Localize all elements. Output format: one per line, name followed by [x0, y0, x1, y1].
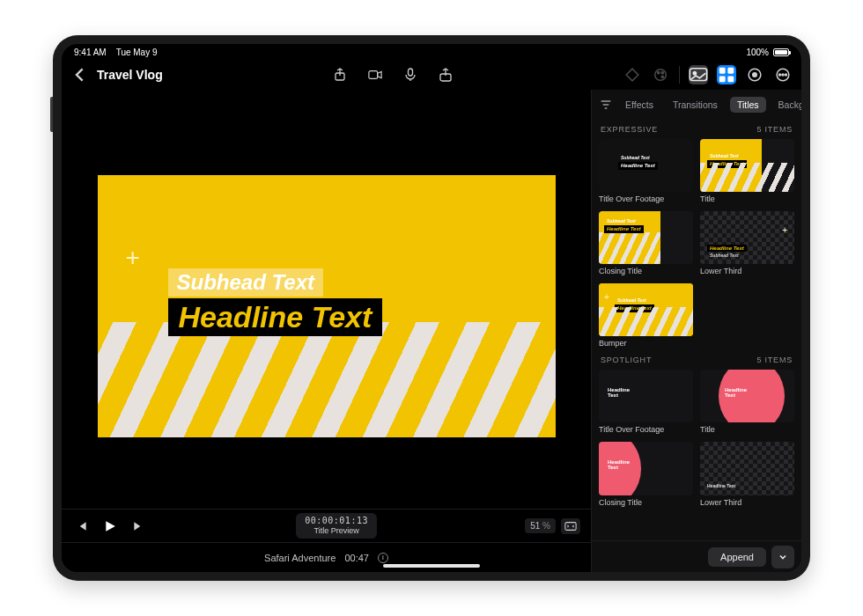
section-count: 5 Items — [756, 125, 793, 134]
filter-icon[interactable] — [599, 98, 613, 112]
section-header-spotlight: SPOTLIGHT 5 Items — [599, 348, 794, 370]
title-item[interactable]: Headline Text Lower Third — [700, 442, 794, 507]
thumb-spot-closing-title: HeadlineText — [599, 442, 693, 495]
svg-point-18 — [779, 74, 781, 76]
append-options-button[interactable] — [771, 546, 794, 568]
append-button[interactable]: Append — [708, 547, 766, 567]
title-item[interactable]: HeadlineText Title — [700, 370, 794, 435]
timecode-display[interactable]: 00:00:01:13 Title Preview — [296, 513, 377, 539]
thumb-title: Subhead Text Headline Text — [700, 139, 794, 192]
zoom-value[interactable]: 51 % — [525, 518, 556, 533]
subhead-text[interactable]: Subhead Text — [168, 268, 323, 297]
thumb-title-over-footage: Subhead Text Headline Text — [599, 139, 693, 192]
tab-effects[interactable]: Effects — [618, 97, 660, 113]
item-label: Title — [700, 426, 794, 435]
main-area: + Subhead Text Headline Text — [62, 90, 801, 572]
svg-rect-3 — [408, 69, 412, 76]
thumb-closing-title: Subhead Text Headline Text — [599, 211, 693, 264]
keyframe-icon[interactable] — [623, 65, 642, 84]
record-voiceover-icon[interactable] — [401, 65, 420, 84]
info-icon[interactable]: i — [378, 553, 388, 563]
section-name: SPOTLIGHT — [601, 356, 652, 364]
play-button[interactable] — [100, 517, 120, 536]
media-browser-icon[interactable] — [689, 65, 708, 84]
svg-rect-21 — [565, 522, 576, 530]
inspector-icon[interactable] — [745, 65, 764, 84]
item-label: Bumper — [599, 340, 693, 348]
transport-bar: 00:00:01:13 Title Preview 51 % — [62, 509, 591, 542]
headline-text[interactable]: Headline Text — [168, 298, 383, 336]
section-header-expressive: EXPRESSIVE 5 Items — [599, 118, 794, 139]
timecode-value: 00:00:01:13 — [305, 516, 368, 526]
status-bar: 9:41 AM Tue May 9 100% — [62, 44, 801, 60]
timecode-label: Title Preview — [305, 526, 368, 536]
export-icon[interactable] — [436, 65, 455, 84]
title-preview-canvas[interactable]: + Subhead Text Headline Text — [98, 175, 556, 437]
fit-to-viewer-button[interactable] — [561, 518, 580, 534]
content-browser-sidebar: Effects Transitions Titles Backgrounds E… — [592, 90, 801, 572]
expressive-grid: Subhead Text Headline Text Title Over Fo… — [599, 139, 794, 348]
tab-titles[interactable]: Titles — [730, 97, 766, 113]
item-label: Title Over Footage — [599, 195, 693, 204]
color-icon[interactable] — [651, 65, 670, 84]
title-item[interactable]: + Headline Text Subhead Text Lower Third — [700, 211, 794, 276]
title-item[interactable]: HeadlineText Title Over Footage — [599, 370, 693, 435]
clip-name[interactable]: Safari Adventure — [264, 553, 336, 563]
camera-icon[interactable] — [365, 65, 385, 84]
title-item[interactable]: HeadlineText Closing Title — [599, 442, 693, 507]
battery-icon — [773, 48, 789, 56]
svg-point-10 — [693, 72, 696, 75]
title-item[interactable]: Subhead Text Headline Text Title — [700, 139, 794, 204]
browser-scroll[interactable]: EXPRESSIVE 5 Items Subhead Text Headline… — [592, 118, 801, 540]
item-label: Closing Title — [599, 499, 693, 508]
svg-point-16 — [753, 73, 757, 77]
next-frame-button[interactable] — [129, 517, 148, 536]
viewer[interactable]: + Subhead Text Headline Text — [62, 90, 591, 509]
content-browser-icon[interactable] — [717, 65, 736, 84]
back-button[interactable] — [70, 65, 90, 84]
thumb-spot-title-over-footage: HeadlineText — [599, 370, 693, 422]
svg-rect-2 — [369, 71, 378, 79]
status-date: Tue May 9 — [116, 48, 158, 57]
status-right: 100% — [741, 48, 789, 57]
status-time: 9:41 AM — [74, 48, 107, 57]
decoration-stripes — [98, 322, 556, 437]
nav-divider — [679, 66, 680, 84]
thumb-spot-lower-third: Headline Text — [700, 442, 794, 495]
tab-transitions[interactable]: Transitions — [666, 97, 725, 113]
decoration-plus-icon: + — [126, 244, 140, 272]
svg-point-7 — [661, 72, 663, 74]
project-title[interactable]: Travel Vlog — [97, 68, 163, 82]
thumb-spot-title: HeadlineText — [700, 370, 794, 422]
title-item[interactable]: Subhead Text Headline Text Closing Title — [599, 211, 693, 276]
svg-point-5 — [655, 70, 667, 81]
more-icon[interactable] — [773, 65, 793, 84]
share-icon[interactable] — [330, 65, 350, 84]
item-label: Lower Third — [700, 499, 794, 508]
storyline-bar: Safari Adventure 00:47 i — [62, 542, 591, 572]
svg-rect-11 — [719, 68, 726, 74]
thumb-lower-third: + Headline Text Subhead Text — [700, 211, 794, 264]
svg-point-8 — [661, 76, 663, 77]
navbar: Travel Vlog — [62, 60, 801, 90]
battery-percent: 100% — [746, 48, 769, 57]
title-item[interactable]: Subhead Text Headline Text Title Over Fo… — [599, 139, 693, 204]
item-label: Lower Third — [700, 268, 794, 276]
svg-point-6 — [658, 72, 660, 74]
title-text-block[interactable]: Subhead Text Headline Text — [168, 268, 383, 336]
home-indicator[interactable] — [383, 564, 480, 568]
svg-point-19 — [782, 74, 784, 76]
viewer-column: + Subhead Text Headline Text — [62, 90, 592, 572]
title-item[interactable]: + Subhead Text Headline Text Bumper — [599, 283, 693, 348]
item-label: Title Over Footage — [599, 426, 693, 435]
section-name: EXPRESSIVE — [601, 125, 658, 134]
item-label: Closing Title — [599, 268, 693, 276]
svg-rect-14 — [727, 76, 734, 82]
section-count: 5 Items — [756, 356, 793, 364]
append-bar: Append — [592, 540, 801, 572]
clip-duration: 00:47 — [344, 553, 369, 563]
browser-tabs: Effects Transitions Titles Backgrounds — [592, 90, 801, 118]
ipad-device-frame: 9:41 AM Tue May 9 100% — [53, 35, 810, 581]
prev-frame-button[interactable] — [72, 517, 92, 536]
tab-backgrounds[interactable]: Backgrounds — [771, 97, 801, 113]
